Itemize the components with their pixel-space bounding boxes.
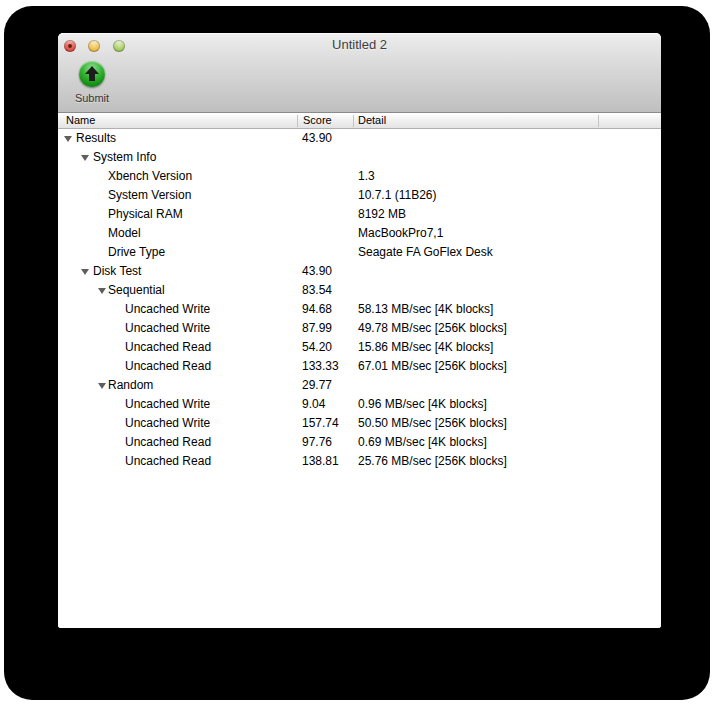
screenshot-canvas: Untitled 2 Submit Name Score Detail Resu… <box>0 0 718 708</box>
table-row[interactable]: Uncached Read 54.20 15.86 MB/sec [4K blo… <box>58 338 661 357</box>
titlebar-toolbar[interactable]: Untitled 2 Submit <box>58 33 661 113</box>
row-score: 29.77 <box>302 376 332 395</box>
submit-up-arrow-icon <box>79 61 105 87</box>
row-name: Uncached Read <box>125 357 211 376</box>
row-detail: 15.86 MB/sec [4K blocks] <box>358 338 493 357</box>
row-name: Random <box>108 376 153 395</box>
row-detail: 49.78 MB/sec [256K blocks] <box>358 319 507 338</box>
row-detail: 0.69 MB/sec [4K blocks] <box>358 433 487 452</box>
table-row[interactable]: System Info <box>58 148 661 167</box>
row-score: 133.33 <box>302 357 339 376</box>
table-row[interactable]: Uncached Write 87.99 49.78 MB/sec [256K … <box>58 319 661 338</box>
row-score: 138.81 <box>302 452 339 471</box>
table-row[interactable]: Random 29.77 <box>58 376 661 395</box>
row-score: 43.90 <box>302 262 332 281</box>
row-name: Xbench Version <box>108 167 192 186</box>
row-detail: 1.3 <box>358 167 375 186</box>
row-name: Physical RAM <box>108 205 183 224</box>
table-row[interactable]: Uncached Read 97.76 0.69 MB/sec [4K bloc… <box>58 433 661 452</box>
column-header-score[interactable]: Score <box>303 113 332 128</box>
row-score: 157.74 <box>302 414 339 433</box>
table-row[interactable]: Results 43.90 <box>58 129 661 148</box>
row-score: 54.20 <box>302 338 332 357</box>
table-header: Name Score Detail <box>58 113 661 129</box>
row-name: Drive Type <box>108 243 165 262</box>
row-detail: 67.01 MB/sec [256K blocks] <box>358 357 507 376</box>
row-score: 87.99 <box>302 319 332 338</box>
table-row[interactable]: Uncached Read 138.81 25.76 MB/sec [256K … <box>58 452 661 471</box>
row-name: System Version <box>108 186 191 205</box>
row-detail: Seagate FA GoFlex Desk <box>358 243 493 262</box>
table-row[interactable]: Uncached Write 94.68 58.13 MB/sec [4K bl… <box>58 300 661 319</box>
row-score: 43.90 <box>302 129 332 148</box>
xbench-results-window: Untitled 2 Submit Name Score Detail Resu… <box>58 33 661 628</box>
column-divider[interactable] <box>353 115 354 127</box>
row-score: 94.68 <box>302 300 332 319</box>
row-score: 83.54 <box>302 281 332 300</box>
row-name: System Info <box>93 148 156 167</box>
row-detail: 8192 MB <box>358 205 406 224</box>
row-detail: MacBookPro7,1 <box>358 224 443 243</box>
row-detail: 25.76 MB/sec [256K blocks] <box>358 452 507 471</box>
row-name: Results <box>76 129 116 148</box>
table-row[interactable]: System Version 10.7.1 (11B26) <box>58 186 661 205</box>
submit-button-label: Submit <box>62 92 122 104</box>
table-row[interactable]: Disk Test 43.90 <box>58 262 661 281</box>
column-header-detail[interactable]: Detail <box>358 113 386 128</box>
row-name: Uncached Write <box>125 300 210 319</box>
row-name: Uncached Write <box>125 395 210 414</box>
row-name: Model <box>108 224 141 243</box>
table-row[interactable]: Drive Type Seagate FA GoFlex Desk <box>58 243 661 262</box>
row-detail: 10.7.1 (11B26) <box>358 186 437 205</box>
results-outline-view: Results 43.90 System Info Xbench Version… <box>58 129 661 628</box>
column-divider[interactable] <box>598 115 599 127</box>
table-row[interactable]: Uncached Write 157.74 50.50 MB/sec [256K… <box>58 414 661 433</box>
submit-button[interactable]: Submit <box>62 61 122 104</box>
row-name: Uncached Read <box>125 452 211 471</box>
row-detail: 50.50 MB/sec [256K blocks] <box>358 414 507 433</box>
row-name: Uncached Read <box>125 433 211 452</box>
row-name: Sequential <box>108 281 165 300</box>
row-detail: 0.96 MB/sec [4K blocks] <box>358 395 487 414</box>
row-name: Uncached Write <box>125 414 210 433</box>
row-name: Uncached Write <box>125 319 210 338</box>
row-detail: 58.13 MB/sec [4K blocks] <box>358 300 493 319</box>
column-header-name[interactable]: Name <box>66 113 95 128</box>
row-name: Uncached Read <box>125 338 211 357</box>
table-row[interactable]: Physical RAM 8192 MB <box>58 205 661 224</box>
row-score: 97.76 <box>302 433 332 452</box>
row-name: Disk Test <box>93 262 141 281</box>
column-divider[interactable] <box>297 115 298 127</box>
table-row[interactable]: Uncached Read 133.33 67.01 MB/sec [256K … <box>58 357 661 376</box>
table-row[interactable]: Xbench Version 1.3 <box>58 167 661 186</box>
window-title: Untitled 2 <box>58 33 661 57</box>
table-row[interactable]: Uncached Write 9.04 0.96 MB/sec [4K bloc… <box>58 395 661 414</box>
table-row[interactable]: Model MacBookPro7,1 <box>58 224 661 243</box>
row-score: 9.04 <box>302 395 325 414</box>
table-row[interactable]: Sequential 83.54 <box>58 281 661 300</box>
